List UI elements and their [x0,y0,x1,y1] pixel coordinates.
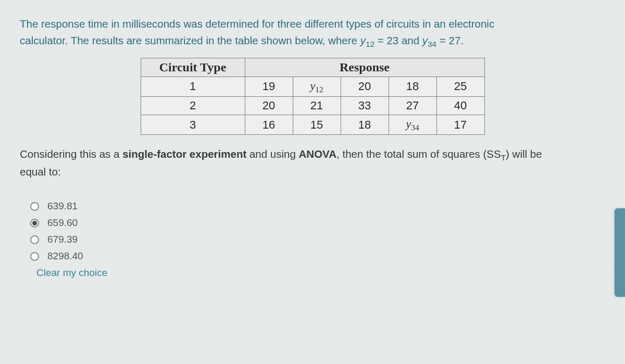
cell: 19 [245,77,293,96]
var-y34-y: y [422,34,428,46]
option-label: 8298.40 [47,250,83,262]
option-4[interactable]: 8298.40 [30,250,605,262]
table-header-row: Circuit Type Response [141,58,484,77]
cell: 33 [341,97,389,115]
option-3[interactable]: 679.39 [30,234,605,245]
cell-type: 1 [141,77,245,96]
option-label: 639.81 [47,200,78,212]
cell: 40 [436,97,484,115]
question-text: Considering this as a single-factor expe… [20,146,605,180]
cell: 27 [389,97,436,115]
cell: 17 [436,115,484,135]
th-circuit-type: Circuit Type [141,58,245,77]
cell-type: 2 [141,97,245,115]
cell: 16 [245,115,293,135]
table-row: 1 19 y12 20 18 25 [141,77,484,96]
intro-line1: The response time in milliseconds was de… [20,18,494,30]
radio-icon[interactable] [30,252,39,261]
option-1[interactable]: 639.81 [30,200,605,212]
radio-icon[interactable] [30,219,39,228]
problem-statement: The response time in milliseconds was de… [20,16,605,51]
cell: 21 [293,97,341,115]
option-label: 659.60 [47,217,78,229]
option-label: 679.39 [47,234,78,245]
cell: 15 [293,115,341,135]
cell: 20 [341,77,389,96]
intro-eq2: = 27. [436,34,464,46]
cell: 25 [436,77,484,96]
cell: 20 [245,97,293,115]
data-table: Circuit Type Response 1 19 y12 20 18 25 … [141,58,485,135]
table-row: 2 20 21 33 27 40 [141,97,484,115]
cell-y12: y12 [293,77,341,96]
radio-icon[interactable] [30,235,39,244]
intro-eq1: = 23 and [374,34,422,46]
cell: 18 [341,115,389,135]
th-response: Response [245,58,484,77]
sidebar-handle[interactable] [615,208,625,297]
data-table-wrap: Circuit Type Response 1 19 y12 20 18 25 … [20,58,605,135]
option-2[interactable]: 659.60 [30,217,605,229]
intro-line2a: calculator. The results are summarized i… [20,34,360,46]
var-y12-y: y [360,34,366,46]
table-row: 3 16 15 18 y34 17 [141,115,484,135]
clear-choice-link[interactable]: Clear my choice [36,267,605,279]
cell-type: 3 [141,115,245,135]
answer-options: 639.81 659.60 679.39 8298.40 Clear my ch… [30,200,605,279]
var-y34-sub: 34 [428,40,436,48]
cell: 18 [389,77,436,96]
radio-icon[interactable] [30,202,39,211]
cell-y34: y34 [389,115,436,135]
var-y12-sub: 12 [366,40,374,48]
